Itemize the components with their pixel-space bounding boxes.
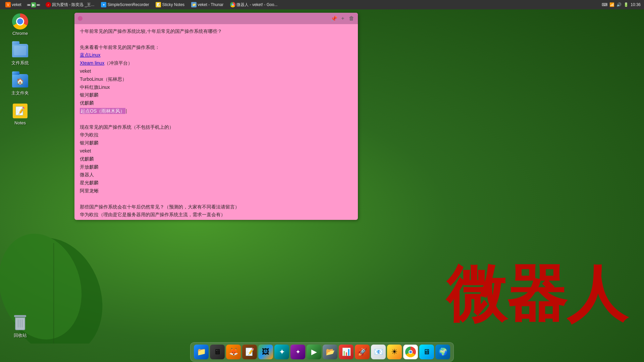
- tray-network: 📶: [609, 2, 614, 7]
- trash-label: 回收站: [14, 333, 27, 339]
- filemanager-dock-icon: 📁: [197, 348, 206, 356]
- item-weiqiren: 微器人: [80, 171, 353, 179]
- dock-item-brightness[interactable]: ☀: [387, 345, 402, 359]
- taskbar-app-music[interactable]: ♪ 因为爱情 - 陈奕迅 _王...: [43, 1, 97, 8]
- media-play-icon[interactable]: ▶: [31, 2, 36, 7]
- sticky-delete-button[interactable]: 🗑: [348, 15, 355, 21]
- media-forward-icon[interactable]: ⏭: [37, 3, 40, 7]
- desktop-icon-filesystem[interactable]: 文件系统: [7, 43, 34, 66]
- taskbar-app-recorder[interactable]: ● SimpleScreenRecorder: [98, 1, 152, 8]
- dock-item-browser[interactable]: 🦊: [226, 345, 241, 359]
- taskbar-app-notes[interactable]: 📝 Sticky Notes: [153, 1, 187, 8]
- desktop-icon-trash[interactable]: 回收站: [7, 315, 34, 339]
- sticky-controls: 📌 + 🗑: [331, 15, 355, 21]
- music-icon: ♪: [46, 2, 51, 7]
- dock-item-screenrecorder[interactable]: 🖥: [419, 345, 434, 359]
- home-icon: 🏠: [12, 74, 28, 87]
- taskbar-app-chrome[interactable]: 微器人 - veket! - Goo...: [227, 1, 280, 8]
- editor-dock-icon: 📝: [245, 348, 254, 356]
- media-back-icon[interactable]: ⏮: [27, 3, 31, 7]
- taskbar-media-controls[interactable]: ⏮ ▶ ⏭: [25, 2, 42, 8]
- item-openqilin: 开放麒麟: [80, 163, 353, 171]
- notes-icon: 📝: [13, 104, 28, 118]
- taskbar-app-thunar[interactable]: 📁 veket - Thunar: [189, 1, 226, 8]
- mediaplayer-dock-icon: ▶: [311, 348, 317, 356]
- home-label: 主文件夹: [11, 90, 29, 96]
- sticky-titlebar[interactable]: 📌 + 🗑: [74, 13, 358, 24]
- veket-icon: V: [5, 2, 11, 7]
- chrome-label: Chrome: [12, 31, 28, 36]
- item-pred-huawei: 华为欧拉（理由是它是服务器用的国产操作系统主流，需求一直会有）: [80, 211, 353, 219]
- taskbar-label-thunar: veket - Thunar: [198, 2, 223, 7]
- taskbar-label-notes: Sticky Notes: [162, 2, 184, 7]
- dock-item-network[interactable]: ✦: [290, 345, 305, 359]
- mail-dock-icon: 📧: [374, 348, 383, 356]
- notes-taskbar-icon: 📝: [156, 2, 161, 7]
- thunar-dock-icon: 📂: [326, 348, 335, 356]
- filesystem-label: 文件系统: [11, 60, 29, 66]
- dock-item-filemanager[interactable]: 📁: [194, 345, 209, 359]
- dock-item-globe[interactable]: 🌍: [435, 345, 450, 359]
- item-qidian: 起点OS（雨林木风）: [80, 107, 353, 115]
- sticky-color-dot: [78, 16, 83, 21]
- content-intro: 先来看看十年前常见的国产操作系统：: [80, 44, 353, 52]
- item-landiian: 蓝点Linux: [80, 51, 353, 59]
- dock: 📁 🖥 🦊 📝 🖼 ✦ ✦ ▶ 📂: [190, 342, 454, 362]
- item-alibaba: 阿里龙蜥: [80, 187, 353, 195]
- brightness-dock-icon: ☀: [391, 348, 398, 356]
- taskbar-label-music: 因为爱情 - 陈奕迅 _王...: [52, 2, 95, 8]
- tray-keyboard: ⌨: [602, 2, 607, 7]
- item-pred-galaxy: 银河麒麟（它和veket在十年前到现在依然常见，十年后大概率仍然是的）: [80, 219, 353, 220]
- dock-item-chart[interactable]: 📊: [339, 345, 354, 359]
- filesystem-icon: [12, 44, 28, 57]
- launcher-dock-icon: 🚀: [358, 348, 367, 356]
- desktop-icon-home[interactable]: 🏠 主文件夹: [7, 73, 34, 96]
- notes-label: Notes: [14, 120, 26, 125]
- taskbar-label-chrome: 微器人 - veket! - Goo...: [236, 2, 277, 8]
- item-huawei: 华为欧拉: [80, 131, 353, 139]
- sticky-add-button[interactable]: +: [340, 15, 346, 21]
- screenrecorder-dock-icon: 🖥: [423, 348, 430, 356]
- dock-item-settings[interactable]: ✦: [274, 345, 289, 359]
- chrome-taskbar-icon: [230, 2, 235, 7]
- dock-item-monitor[interactable]: 🖥: [210, 345, 225, 359]
- desktop-icon-notes[interactable]: 📝 Notes: [7, 103, 34, 125]
- sticky-pin-button[interactable]: 📌: [331, 15, 337, 21]
- dock-item-mail[interactable]: 📧: [371, 345, 386, 359]
- item-turbolinux: TurboLinux（拓林思）: [80, 75, 353, 83]
- taskbar-bottom: 📁 🖥 🦊 📝 🖼 ✦ ✦ ▶ 📂: [0, 342, 644, 362]
- chart-dock-icon: 📊: [342, 348, 351, 356]
- desktop-icons: Chrome 文件系统 🏠 主文件夹 📝 Notes: [7, 13, 34, 125]
- highlighted-text: 起点OS（雨林木风）: [80, 108, 125, 114]
- content-prediction-title: 那些国产操作系统会在十年后仍然常见？（预测的，大家有不同看法请留言）: [80, 203, 353, 211]
- dock-item-chrome[interactable]: [403, 345, 418, 359]
- content-title: 十年前常见的国产操作系统比较,十年后常见的国产操作系统有哪些？: [80, 27, 353, 36]
- settings-dock-icon: ✦: [279, 348, 285, 356]
- network-dock-icon: ✦: [296, 348, 301, 356]
- dock-item-editor[interactable]: 📝: [242, 345, 257, 359]
- text-cursor: [126, 109, 126, 114]
- item-galaxy-1: 银河麒麟: [80, 91, 353, 99]
- tray-battery: 🔋: [624, 2, 629, 7]
- watermark-text: 微器人: [446, 254, 627, 335]
- item-veket-1: veket: [80, 67, 353, 75]
- trash-icon: [13, 315, 28, 331]
- dock-item-mediaplayer[interactable]: ▶: [307, 345, 321, 359]
- dock-item-launcher[interactable]: 🚀: [355, 345, 370, 359]
- browser-dock-icon: 🦊: [229, 348, 238, 356]
- item-redflag: 中科红旗Linux: [80, 83, 353, 92]
- taskbar-apps: V veket ⏮ ▶ ⏭ ♪ 因为爱情 - 陈奕迅 _王... ● Simpl…: [0, 1, 283, 8]
- taskbar-app-veket[interactable]: V veket: [3, 1, 24, 8]
- dock-item-imageviewer[interactable]: 🖼: [258, 345, 273, 359]
- sticky-content[interactable]: 十年前常见的国产操作系统比较,十年后常见的国产操作系统有哪些？ 先来看看十年前常…: [74, 24, 358, 220]
- taskbar-label-recorder: SimpleScreenRecorder: [107, 2, 149, 7]
- dock-item-thunar[interactable]: 📂: [323, 345, 337, 359]
- desktop-icon-chrome[interactable]: Chrome: [7, 13, 34, 36]
- item-veket-2: veket: [80, 147, 353, 155]
- globe-dock-icon: 🌍: [438, 348, 447, 356]
- chrome-icon: [12, 13, 28, 29]
- item-youqilin-2: 优麒麟: [80, 155, 353, 163]
- chrome-dock-icon: [405, 347, 416, 357]
- content-current-title: 现在常见的国产操作系统（不包括手机上的）: [80, 123, 353, 131]
- thunar-icon: 📁: [191, 2, 197, 7]
